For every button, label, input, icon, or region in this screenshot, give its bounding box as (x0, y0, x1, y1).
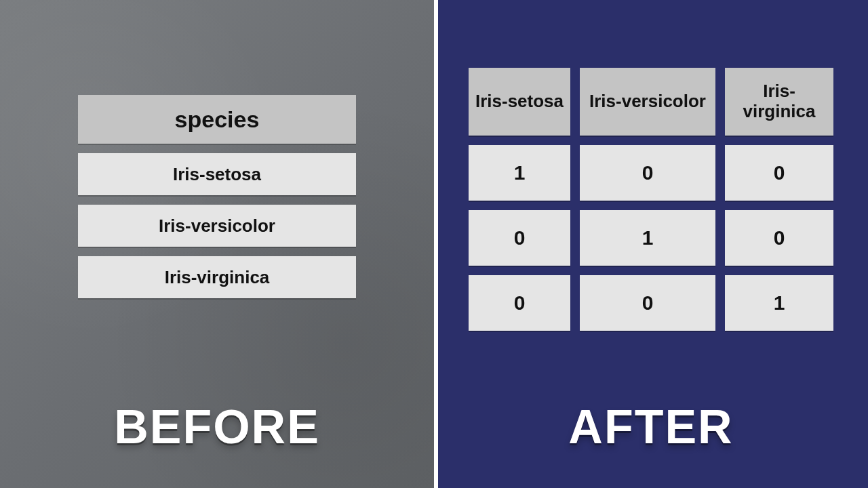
before-column-header: species (78, 95, 356, 144)
before-table: species Iris-setosa Iris-versicolor Iris… (78, 95, 356, 298)
after-column-header: Iris-versicolor (580, 68, 715, 136)
after-column-header: Iris-setosa (469, 68, 570, 136)
after-cell: 0 (580, 145, 715, 201)
after-cell: 0 (725, 145, 833, 201)
after-table: Iris-setosa Iris-versicolor Iris-virgini… (468, 68, 834, 331)
after-cell: 0 (725, 210, 833, 266)
after-cell: 1 (725, 275, 833, 331)
after-cell: 0 (580, 275, 715, 331)
before-panel: species Iris-setosa Iris-versicolor Iris… (0, 0, 434, 488)
before-row: Iris-virginica (78, 256, 356, 298)
after-column-header: Iris-virginica (725, 68, 833, 136)
after-cell: 1 (469, 145, 570, 201)
after-panel: Iris-setosa Iris-versicolor Iris-virgini… (434, 0, 868, 488)
after-cell: 0 (469, 275, 570, 331)
after-cell: 0 (469, 210, 570, 266)
after-caption: AFTER (434, 400, 868, 454)
after-cell: 1 (580, 210, 715, 266)
before-row: Iris-setosa (78, 153, 356, 195)
before-row: Iris-versicolor (78, 205, 356, 247)
before-caption: BEFORE (0, 400, 434, 454)
